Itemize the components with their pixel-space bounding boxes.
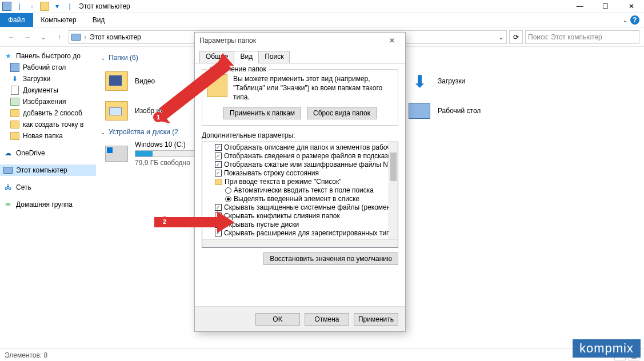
advanced-settings-list[interactable]: ✓Отображать описание для папок и элемент… [202,142,398,248]
sidebar-item-folder[interactable]: Новая папка [0,130,96,142]
watermark: kompmix [573,339,641,358]
folder-desktop[interactable]: Рабочий стол [403,96,555,126]
setting-row[interactable]: Выделять введенный элемент в списке [205,195,398,203]
sidebar-item-onedrive[interactable]: ☁OneDrive [0,147,96,159]
system-menu-icon[interactable] [2,2,11,11]
horizontal-scrollbar[interactable] [202,239,398,247]
title-bar: | ▫ ▾ | Этот компьютер — ☐ ✕ [0,0,644,13]
dialog-tab-view[interactable]: Вид [234,51,259,63]
status-item-count: Элементов: 8 [5,351,47,359]
search-placeholder: Поиск: Этот компьютер [528,33,602,41]
setting-row[interactable]: ✓Скрывать пустые диски [205,220,398,229]
dialog-close-button[interactable]: ✕ [383,37,401,45]
drive-free-text: 79,9 ГБ свободно [135,159,203,167]
nav-up-button[interactable]: ↑ [53,30,66,44]
setting-row[interactable]: ✓Показывать строку состояния [205,169,398,178]
tab-file[interactable]: Файл [0,13,33,27]
annotation-badge: 2 [159,216,170,227]
vertical-scrollbar[interactable] [389,142,398,239]
dialog-tab-general[interactable]: Общие [199,51,234,63]
folder-options-dialog: Параметры папок ✕ Общие Вид Поиск дставл… [194,32,406,332]
setting-row[interactable]: ✓Скрывать конфликты слияния папок [205,212,398,220]
qat-properties-icon[interactable]: ▫ [27,2,37,11]
sidebar-item-folder[interactable]: как создать точку в [0,119,96,130]
navigation-pane: ★Панель быстрого до Рабочий стол ⬇Загруз… [0,47,96,348]
setting-row[interactable]: ✓Скрывать защищенные системные файлы (ре… [205,203,398,212]
breadcrumb-label: Этот компьютер [90,33,141,41]
status-bar: Элементов: 8 ≣ ▦ [0,348,644,361]
setting-row[interactable]: ✓Скрывать расширения для зарегистрирован… [205,229,398,238]
dialog-tab-search[interactable]: Поиск [258,51,290,63]
folder-views-group: дставление папок Вы можете применить это… [202,69,398,126]
reset-folders-button[interactable]: Сброс вида папок [307,107,377,119]
sidebar-item-folder[interactable]: добавить 2 способ [0,107,96,119]
ribbon-tabs: Файл Компьютер Вид ⌄ ? [0,13,644,27]
search-input[interactable]: Поиск: Этот компьютер [525,30,639,44]
this-pc-icon [71,34,81,41]
nav-back-button[interactable]: ← [5,30,18,44]
tab-view[interactable]: Вид [85,13,113,27]
nav-recent-dropdown[interactable]: ⌄ [37,30,50,44]
folder-views-description: Вы можете применить этот вид (например, … [233,74,393,102]
dialog-tabs: Общие Вид Поиск [195,51,405,63]
sidebar-item-downloads[interactable]: ⬇Загрузки [0,73,96,85]
refresh-button[interactable]: ⟳ [509,30,523,44]
setting-row[interactable]: При вводе текста в режиме "Список" [205,178,398,186]
qat-dropdown-icon[interactable]: ▾ [53,2,62,11]
dialog-title: Параметры папок [199,37,256,45]
sidebar-item-desktop[interactable]: Рабочий стол [0,62,96,73]
annotation-badge: 1 [153,112,163,122]
minimize-button[interactable]: — [567,0,593,13]
tab-computer[interactable]: Компьютер [33,13,85,27]
sidebar-item-pictures[interactable]: Изображения [0,96,96,107]
qat-separator: | [65,2,74,11]
folder-icon [207,74,227,97]
breadcrumb-history-dropdown[interactable]: ⌄ [498,33,504,41]
qat-new-folder-icon[interactable] [40,2,49,11]
window-title: Этот компьютер [79,2,130,10]
sidebar-item-homegroup[interactable]: ⚮Домашняя группа [0,199,96,210]
qat-separator: | [15,2,24,11]
sidebar-item-documents[interactable]: Документы [0,85,96,96]
setting-row[interactable]: Автоматически вводить текст в поле поиск… [205,186,398,195]
cancel-button[interactable]: Отмена [305,313,349,326]
close-button[interactable]: ✕ [618,0,644,13]
drive-name: Windows 10 (C:) [135,141,203,149]
ribbon-expand-icon[interactable]: ⌄ [622,16,628,24]
setting-row[interactable]: ✓Отображать сжатые или зашифрованные фай… [205,161,398,169]
setting-row[interactable]: ✓Отображать описание для папок и элемент… [205,143,398,152]
ok-button[interactable]: OK [255,313,300,326]
sidebar-item-quickaccess[interactable]: ★Панель быстрого до [0,50,96,62]
restore-defaults-button[interactable]: Восстановить значения по умолчанию [263,252,398,265]
help-icon[interactable]: ? [630,15,639,25]
apply-button[interactable]: Применить [354,313,398,326]
nav-forward-button[interactable]: → [21,30,34,44]
apply-to-folders-button[interactable]: Применить к папкам [223,107,301,119]
sidebar-item-network[interactable]: 🖧Сеть [0,182,96,193]
folder-downloads[interactable]: ⬇Загрузки [403,66,555,96]
maximize-button[interactable]: ☐ [593,0,618,13]
sidebar-item-this-pc[interactable]: Этот компьютер [0,165,96,176]
advanced-settings-label: Дополнительные параметры: [202,131,398,139]
setting-row[interactable]: ✓Отображать сведения о размере файлов в … [205,152,398,161]
drive-space-bar [135,150,203,157]
